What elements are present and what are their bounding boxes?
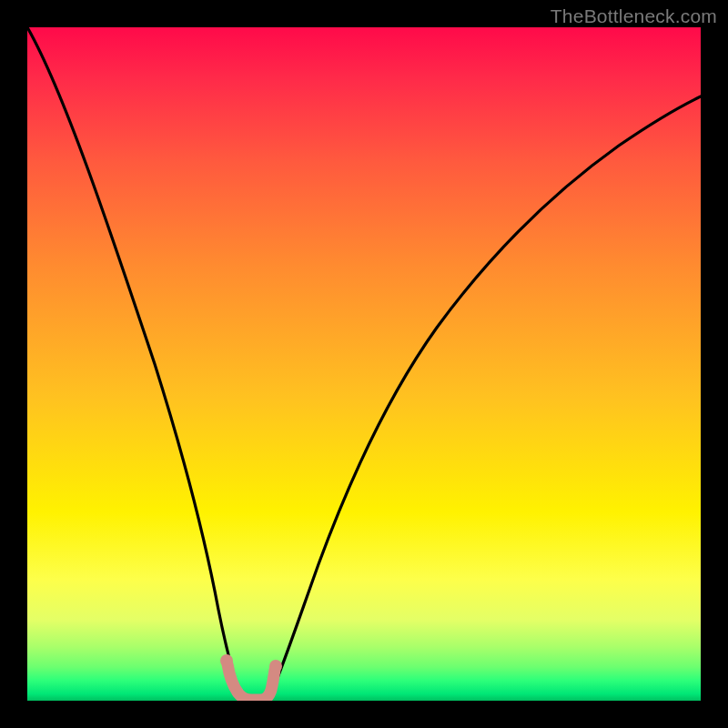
- curve-layer: [27, 27, 701, 701]
- basin-marker: [220, 654, 282, 700]
- bottleneck-curve: [27, 27, 701, 700]
- svg-point-1: [269, 660, 282, 672]
- svg-point-0: [220, 654, 233, 667]
- plot-area: [27, 27, 701, 701]
- chart-frame: TheBottleneck.com: [0, 0, 728, 728]
- watermark-text: TheBottleneck.com: [551, 5, 717, 27]
